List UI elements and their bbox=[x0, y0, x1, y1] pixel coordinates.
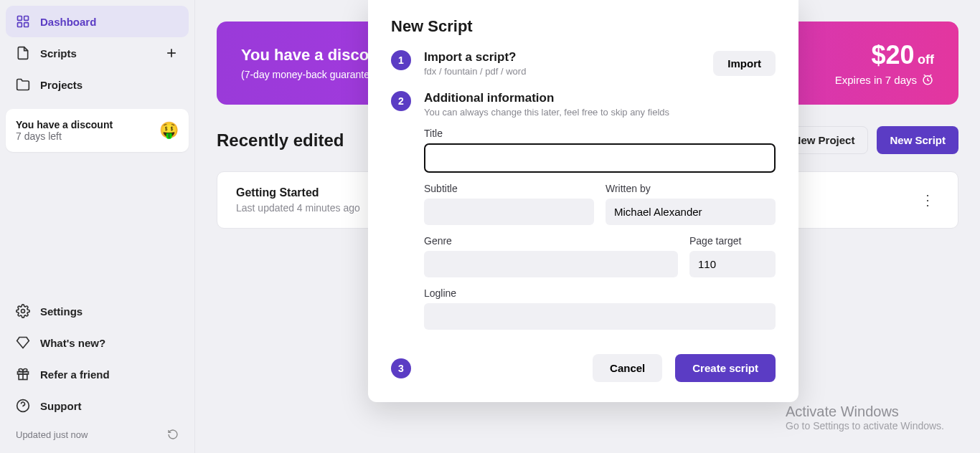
subtitle-input[interactable] bbox=[424, 199, 594, 225]
sidebar-item-dashboard[interactable]: Dashboard bbox=[6, 6, 189, 37]
dashboard-icon bbox=[16, 14, 30, 29]
watermark-line2: Go to Settings to activate Windows. bbox=[786, 420, 944, 431]
sidebar-item-label: Projects bbox=[40, 79, 83, 91]
script-icon bbox=[16, 46, 30, 60]
gift-icon bbox=[16, 367, 30, 381]
import-button[interactable]: Import bbox=[713, 51, 776, 76]
sidebar-item-settings[interactable]: Settings bbox=[6, 295, 189, 327]
svg-point-6 bbox=[22, 310, 25, 313]
svg-rect-3 bbox=[24, 23, 29, 27]
logline-label: Logline bbox=[424, 287, 776, 299]
sidebar-item-label: What's new? bbox=[40, 337, 105, 349]
sidebar-item-refer[interactable]: Refer a friend bbox=[6, 358, 189, 390]
updated-text: Updated just now bbox=[16, 429, 88, 440]
discount-sub: 7 days left bbox=[16, 130, 113, 142]
genre-input[interactable] bbox=[424, 251, 678, 277]
genre-label: Genre bbox=[424, 235, 678, 247]
modal-title: New Script bbox=[391, 17, 776, 36]
folder-icon bbox=[16, 77, 30, 92]
gear-icon bbox=[16, 304, 30, 318]
sidebar-item-label: Scripts bbox=[40, 47, 77, 59]
discount-title: You have a discount bbox=[16, 119, 113, 130]
writtenby-label: Written by bbox=[606, 183, 776, 194]
sidebar: Dashboard Scripts Projects You have a di… bbox=[0, 0, 195, 453]
card-title: Getting Started bbox=[236, 186, 360, 199]
title-label: Title bbox=[424, 128, 776, 139]
sidebar-item-projects[interactable]: Projects bbox=[6, 69, 189, 100]
clock-icon bbox=[921, 73, 934, 86]
sidebar-item-label: Refer a friend bbox=[40, 368, 110, 381]
title-input[interactable] bbox=[424, 143, 776, 173]
sidebar-item-label: Settings bbox=[40, 305, 83, 318]
banner-expires: Expires in 7 days bbox=[835, 74, 917, 86]
step-number-3: 3 bbox=[391, 358, 411, 378]
step1-sub: fdx / fountain / pdf / word bbox=[424, 66, 526, 77]
new-script-modal: New Script 1 Import a script? fdx / foun… bbox=[368, 0, 798, 402]
step1-title: Import a script? bbox=[424, 50, 526, 65]
svg-rect-1 bbox=[24, 16, 29, 21]
step2-title: Additional information bbox=[424, 91, 776, 105]
diamond-icon bbox=[16, 335, 30, 350]
step-number-2: 2 bbox=[391, 91, 411, 111]
money-face-emoji: 🤑 bbox=[159, 121, 179, 140]
sidebar-item-scripts[interactable]: Scripts bbox=[6, 37, 189, 69]
sidebar-item-label: Dashboard bbox=[40, 16, 96, 28]
banner-amount: $20 bbox=[871, 40, 914, 70]
card-sub: Last updated 4 minutes ago bbox=[236, 202, 360, 214]
subtitle-label: Subtitle bbox=[424, 183, 594, 194]
svg-rect-2 bbox=[18, 23, 22, 27]
new-script-button[interactable]: New Script bbox=[877, 126, 958, 154]
create-script-button[interactable]: Create script bbox=[675, 354, 776, 382]
logline-input[interactable] bbox=[424, 303, 776, 330]
plus-icon[interactable] bbox=[164, 46, 179, 60]
section-title: Recently edited bbox=[217, 130, 344, 151]
windows-watermark: Activate Windows Go to Settings to activ… bbox=[786, 404, 944, 431]
step-number-1: 1 bbox=[391, 50, 411, 70]
watermark-line1: Activate Windows bbox=[786, 404, 944, 420]
cancel-button[interactable]: Cancel bbox=[593, 354, 662, 382]
svg-rect-0 bbox=[18, 16, 22, 21]
pagetarget-label: Page target bbox=[689, 235, 776, 247]
sidebar-item-whatsnew[interactable]: What's new? bbox=[6, 327, 189, 358]
sidebar-item-support[interactable]: Support bbox=[6, 390, 189, 421]
step2-sub: You can always change this later, feel f… bbox=[424, 107, 776, 118]
refresh-icon[interactable] bbox=[167, 429, 179, 440]
writtenby-input[interactable] bbox=[606, 199, 776, 225]
sidebar-item-label: Support bbox=[40, 400, 82, 412]
help-icon bbox=[16, 399, 30, 413]
more-icon[interactable]: ⋮ bbox=[916, 187, 939, 213]
discount-card[interactable]: You have a discount 7 days left 🤑 bbox=[6, 109, 189, 152]
banner-off: off bbox=[918, 52, 934, 67]
sidebar-footer: Updated just now bbox=[6, 421, 189, 447]
pagetarget-input[interactable] bbox=[689, 251, 776, 277]
